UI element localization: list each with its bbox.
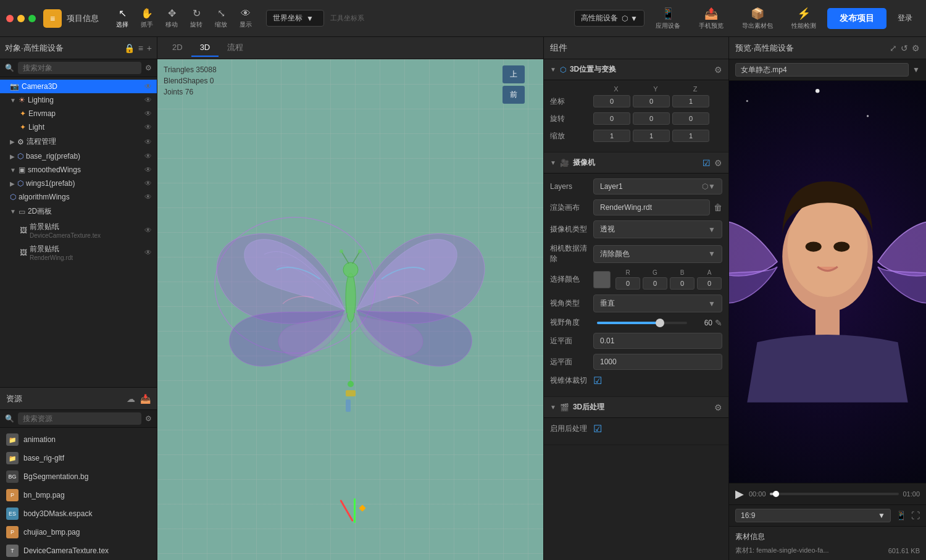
nav-up-button[interactable]: 上: [503, 65, 525, 83]
list-icon[interactable]: ≡: [138, 43, 143, 53]
resource-item-base-rig-gltf[interactable]: 📁 base_rig-gltf: [0, 449, 157, 467]
transform-gear-icon[interactable]: ⚙: [714, 65, 722, 75]
visibility-icon-smoothed-wings[interactable]: 👁: [144, 165, 152, 174]
preview-settings-icon[interactable]: ⚙: [912, 43, 920, 53]
import-icon[interactable]: 📥: [140, 394, 151, 404]
scale-x-input[interactable]: [593, 130, 630, 142]
rgba-a-input[interactable]: [697, 277, 722, 290]
rotate-x-input[interactable]: [593, 112, 630, 125]
color-swatch[interactable]: [593, 271, 611, 288]
display-tool[interactable]: 👁显示: [235, 6, 257, 31]
ratio-selector[interactable]: 16:9 ▼: [735, 509, 891, 522]
tree-item-algorithm-wings[interactable]: ⬡ algorithmWings 👁: [0, 190, 157, 204]
resource-item-bn-bmp[interactable]: P bn_bmp.pag: [0, 486, 157, 504]
fov-slider-thumb[interactable]: [656, 319, 664, 327]
visibility-icon-wings1[interactable]: 👁: [144, 179, 152, 188]
scale-z-input[interactable]: [672, 130, 709, 142]
viewport-3d[interactable]: Triangles 35088 BlendShapes 0 Joints 76 …: [157, 59, 543, 560]
cloud-icon[interactable]: ☁: [127, 394, 135, 404]
rgba-r-input[interactable]: [615, 277, 640, 290]
tree-item-light[interactable]: ✦ Light 👁: [0, 120, 157, 134]
visibility-icon-camera[interactable]: 👁: [144, 82, 152, 91]
tree-item-2d-canvas[interactable]: ▼ ▭ 2D画板: [0, 204, 157, 219]
file-selector-arrow[interactable]: ▼: [912, 65, 920, 74]
login-button[interactable]: 登录: [890, 8, 920, 28]
scale-tool[interactable]: ⤡缩放: [210, 5, 232, 31]
rotate-y-input[interactable]: [633, 112, 670, 125]
tree-item-sticker1[interactable]: 🖼 前景贴纸 DeviceCameraTexture.tex 👁: [0, 219, 157, 241]
camera-enable-check[interactable]: ☑: [703, 158, 711, 168]
coord-selector[interactable]: 世界坐标 ▼: [266, 10, 324, 27]
perf-detect-btn[interactable]: ⚡ 性能检测: [784, 4, 824, 33]
tab-2d[interactable]: 2D: [164, 39, 191, 57]
publish-button[interactable]: 发布项目: [827, 8, 886, 29]
progress-thumb[interactable]: [773, 491, 779, 497]
grab-tool[interactable]: ✋抓手: [136, 5, 158, 31]
camera-type-dropdown[interactable]: 透视 ▼: [593, 220, 722, 238]
tree-item-wings1[interactable]: ▶ ⬡ wings1(prefab) 👁: [0, 177, 157, 190]
fov-edit-icon[interactable]: ✎: [715, 318, 722, 328]
expand-arrow-smoothed-wings[interactable]: ▼: [10, 167, 16, 173]
tab-3d[interactable]: 3D: [191, 39, 219, 57]
layers-dropdown[interactable]: Layer1 ⬡▼: [593, 178, 722, 194]
render-canvas-delete-icon[interactable]: 🗑: [714, 203, 722, 212]
expand-arrow-workflow[interactable]: ▶: [10, 138, 15, 145]
phone-icon[interactable]: 📱: [896, 511, 906, 520]
rotate-tool[interactable]: ↻旋转: [185, 5, 207, 31]
resources-search-input[interactable]: [18, 412, 141, 425]
fov-slider[interactable]: [597, 322, 687, 324]
tree-item-envmap[interactable]: ✦ Envmap 👁: [0, 107, 157, 120]
rotate-z-input[interactable]: [672, 112, 709, 125]
tab-workflow[interactable]: 流程: [219, 38, 252, 58]
resource-item-chujiao[interactable]: P chujiao_bmp.pag: [0, 523, 157, 541]
transform-section-header[interactable]: ▼ ⬡ 3D位置与变换 ⚙: [544, 59, 728, 80]
add-icon[interactable]: +: [147, 43, 152, 53]
scale-y-input[interactable]: [633, 130, 670, 142]
rgba-g-input[interactable]: [643, 277, 667, 290]
visibility-icon-envmap[interactable]: 👁: [144, 109, 152, 118]
maximize-button[interactable]: [28, 15, 36, 22]
objects-search-input[interactable]: [18, 62, 141, 74]
render-canvas-input[interactable]: [593, 199, 710, 215]
close-button[interactable]: [6, 15, 14, 22]
visibility-icon-sticker2[interactable]: 👁: [144, 248, 152, 257]
file-name-input[interactable]: [735, 63, 909, 77]
preview-refresh-icon[interactable]: ↺: [901, 43, 908, 53]
expand-arrow-base-rig[interactable]: ▶: [10, 153, 15, 160]
expand-arrow-wings1[interactable]: ▶: [10, 180, 15, 187]
select-tool[interactable]: ↖选择: [111, 5, 133, 31]
visibility-icon-lighting[interactable]: 👁: [144, 96, 152, 104]
coord-x-input[interactable]: [593, 95, 630, 107]
visibility-icon-sticker1[interactable]: 👁: [144, 226, 152, 235]
visibility-icon-workflow[interactable]: 👁: [144, 138, 152, 146]
preview-expand-icon[interactable]: ⤢: [890, 43, 897, 53]
visibility-icon-algorithm-wings[interactable]: 👁: [144, 193, 152, 201]
export-assets-btn[interactable]: 📦 导出素材包: [735, 4, 780, 33]
near-plane-input[interactable]: [593, 333, 722, 349]
camera-section-header[interactable]: ▼ 🎥 摄像机 ☑ ⚙: [544, 153, 728, 173]
visibility-icon-light[interactable]: 👁: [144, 123, 152, 132]
enable-postprocess-checkbox[interactable]: ☑: [593, 423, 602, 435]
rgba-b-input[interactable]: [670, 277, 694, 290]
tree-item-workflow[interactable]: ▶ ⚙ 流程管理 👁: [0, 134, 157, 149]
play-button[interactable]: ▶: [735, 487, 744, 501]
nav-front-button[interactable]: 前: [503, 86, 525, 104]
tree-item-camera3d[interactable]: 📷 Camera3D 👁: [0, 80, 157, 93]
far-plane-input[interactable]: [593, 354, 722, 370]
resource-item-device-cam[interactable]: T DeviceCameraTexture.tex: [0, 541, 157, 560]
resource-item-body3d[interactable]: ES body3DMask.espack: [0, 504, 157, 523]
clear-data-dropdown[interactable]: 清除颜色 ▼: [593, 245, 722, 263]
lock-icon[interactable]: 🔒: [124, 43, 135, 53]
coord-y-input[interactable]: [633, 95, 670, 107]
filter-icon[interactable]: ⚙: [145, 64, 152, 72]
resource-item-bg-segmentation[interactable]: BG BgSegmentation.bg: [0, 467, 157, 486]
tree-item-smoothed-wings[interactable]: ▼ ▣ smoothedWings 👁: [0, 163, 157, 177]
move-tool[interactable]: ✥移动: [161, 5, 183, 31]
postprocess-section-header[interactable]: ▼ 🎬 3D后处理 ⚙: [544, 397, 728, 418]
resources-filter-icon[interactable]: ⚙: [145, 414, 152, 423]
fullscreen-icon[interactable]: ⛶: [911, 511, 920, 520]
camera-gear-icon[interactable]: ⚙: [714, 158, 722, 168]
frustum-checkbox[interactable]: ☑: [593, 375, 602, 387]
resource-item-animation[interactable]: 📁 animation: [0, 430, 157, 449]
expand-arrow-2d-canvas[interactable]: ▼: [10, 208, 16, 215]
